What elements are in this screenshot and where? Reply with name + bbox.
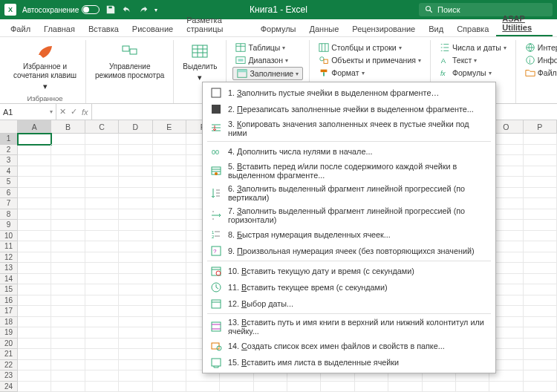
col-header-E[interactable]: E <box>153 120 186 134</box>
cell[interactable] <box>119 306 152 317</box>
cell[interactable] <box>119 327 152 339</box>
cell[interactable] <box>85 166 119 177</box>
col-header-C[interactable]: C <box>85 120 119 134</box>
cell[interactable] <box>85 360 119 371</box>
cell[interactable] <box>119 382 152 393</box>
cell[interactable] <box>524 231 557 242</box>
cell[interactable] <box>119 360 152 371</box>
cell[interactable] <box>524 306 557 317</box>
row-header-23[interactable]: 23 <box>0 370 18 382</box>
cell[interactable] <box>153 284 186 295</box>
row-header-9[interactable]: 9 <box>0 220 18 231</box>
cell[interactable] <box>85 231 119 242</box>
tab-asap-utilities[interactable]: ASAP Utilities <box>496 11 553 36</box>
cell[interactable] <box>85 306 119 317</box>
cell[interactable] <box>85 284 119 295</box>
dropdown-item-10[interactable]: 10. Вставить текущую дату и время (с сек… <box>203 263 495 279</box>
cell[interactable] <box>524 177 557 188</box>
cell[interactable] <box>220 382 253 393</box>
cell[interactable] <box>18 231 51 242</box>
cell[interactable] <box>51 188 85 199</box>
cell[interactable] <box>85 188 119 199</box>
tab-insert[interactable]: Вставка <box>82 22 125 36</box>
tab-help[interactable]: Справка <box>451 22 495 36</box>
cell[interactable] <box>18 295 51 307</box>
tab-draw[interactable]: Рисование <box>126 22 179 36</box>
row-header-11[interactable]: 11 <box>0 241 18 252</box>
cell[interactable] <box>388 382 422 393</box>
cell[interactable] <box>423 382 456 393</box>
row-header-4[interactable]: 4 <box>0 166 18 177</box>
cell[interactable] <box>153 188 186 199</box>
cell[interactable] <box>85 263 119 274</box>
tab-formulas[interactable]: Формулы <box>255 22 302 36</box>
cell[interactable] <box>18 166 51 177</box>
cell[interactable] <box>18 241 51 252</box>
cell[interactable] <box>119 145 152 156</box>
objects-button[interactable]: Объекты и примечания▾ <box>316 54 424 66</box>
cell[interactable] <box>18 220 51 231</box>
qat-dropdown-icon[interactable]: ▾ <box>154 7 157 13</box>
cell[interactable] <box>18 370 51 382</box>
cell[interactable] <box>489 382 523 393</box>
cell[interactable] <box>51 166 85 177</box>
cell[interactable] <box>153 295 186 307</box>
cell[interactable] <box>524 241 557 252</box>
cell[interactable] <box>51 134 85 145</box>
cell[interactable] <box>524 349 557 360</box>
row-header-21[interactable]: 21 <box>0 349 18 360</box>
cell[interactable] <box>51 209 85 220</box>
cell[interactable] <box>524 166 557 177</box>
row-header-6[interactable]: 6 <box>0 188 18 199</box>
cell[interactable] <box>18 284 51 295</box>
cell[interactable] <box>18 382 51 393</box>
cell[interactable] <box>355 382 388 393</box>
save-icon[interactable] <box>105 4 116 15</box>
cell[interactable] <box>18 339 51 350</box>
cell[interactable] <box>524 339 557 350</box>
cell[interactable] <box>51 370 85 382</box>
cell[interactable] <box>119 220 152 231</box>
text-button[interactable]: AТекст▾ <box>437 54 509 66</box>
cell[interactable] <box>119 198 152 209</box>
cell[interactable] <box>18 145 51 156</box>
cell[interactable] <box>254 382 287 393</box>
cell[interactable] <box>287 382 321 393</box>
row-header-22[interactable]: 22 <box>0 360 18 371</box>
cell[interactable] <box>153 339 186 350</box>
cell[interactable] <box>51 263 85 274</box>
internet-button[interactable]: Интернет▾ <box>522 42 557 53</box>
enter-icon[interactable]: ✓ <box>71 107 77 117</box>
row-header-2[interactable]: 2 <box>0 145 18 156</box>
cell[interactable] <box>524 284 557 295</box>
cell[interactable] <box>524 360 557 371</box>
cell[interactable] <box>153 145 186 156</box>
cell[interactable] <box>153 252 186 264</box>
fx-icon[interactable]: fx <box>82 108 88 117</box>
cell[interactable] <box>153 317 186 328</box>
cell[interactable] <box>18 252 51 264</box>
cell[interactable] <box>524 274 557 285</box>
cell[interactable] <box>119 252 152 264</box>
cell[interactable] <box>85 177 119 188</box>
manage-views-button[interactable]: Управление режимов просмотра <box>92 42 167 82</box>
cell[interactable] <box>85 339 119 350</box>
cell[interactable] <box>153 198 186 209</box>
tab-pagelayout[interactable]: Разметка страницы <box>180 13 253 36</box>
cell[interactable] <box>18 317 51 328</box>
cell[interactable] <box>524 188 557 199</box>
dropdown-item-12[interactable]: 12. Выбор даты... <box>203 295 495 312</box>
cell[interactable] <box>51 177 85 188</box>
cell[interactable] <box>119 166 152 177</box>
cell[interactable] <box>524 317 557 328</box>
dropdown-item-6[interactable]: 6. Заполнить выделенный фрагмент линейно… <box>203 182 495 204</box>
cell[interactable] <box>119 188 152 199</box>
cell[interactable] <box>153 274 186 285</box>
cell[interactable] <box>51 382 85 393</box>
dropdown-item-8[interactable]: 128. Быстрая нумерация выделенных ячеек.… <box>203 226 495 243</box>
cell[interactable] <box>186 382 220 393</box>
row-header-1[interactable]: 1 <box>0 134 18 145</box>
cell[interactable] <box>524 295 557 307</box>
row-header-3[interactable]: 3 <box>0 155 18 166</box>
cell[interactable] <box>524 327 557 339</box>
